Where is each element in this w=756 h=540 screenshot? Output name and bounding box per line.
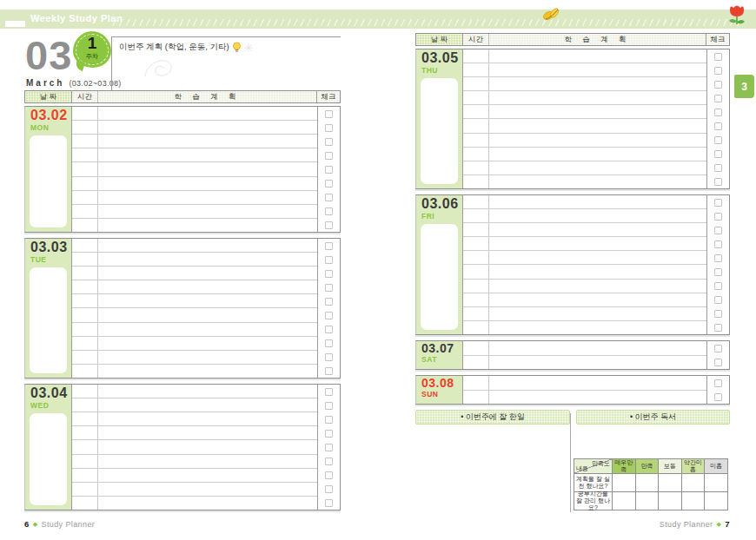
plan-cell[interactable] xyxy=(489,148,706,161)
plan-cell[interactable] xyxy=(98,455,317,468)
time-cell[interactable] xyxy=(72,205,98,218)
plan-row[interactable] xyxy=(463,265,706,279)
checkbox[interactable] xyxy=(325,221,333,229)
plan-cell[interactable] xyxy=(98,267,317,280)
time-cell[interactable] xyxy=(72,253,98,266)
time-cell[interactable] xyxy=(72,323,98,336)
checkbox[interactable] xyxy=(325,284,333,292)
sat-answer-cell[interactable] xyxy=(682,492,706,510)
time-cell[interactable] xyxy=(72,497,98,510)
time-cell[interactable] xyxy=(72,337,98,350)
checkbox[interactable] xyxy=(714,122,722,130)
time-cell[interactable] xyxy=(463,265,489,278)
plan-row[interactable] xyxy=(72,219,317,232)
checkbox[interactable] xyxy=(325,402,333,410)
time-cell[interactable] xyxy=(463,91,489,104)
time-cell[interactable] xyxy=(463,356,489,370)
checkbox[interactable] xyxy=(325,458,333,465)
plan-row[interactable] xyxy=(463,148,706,161)
plan-cell[interactable] xyxy=(98,323,317,336)
time-cell[interactable] xyxy=(463,223,489,236)
time-cell[interactable] xyxy=(463,161,489,175)
plan-cell[interactable] xyxy=(98,351,317,364)
plan-cell[interactable] xyxy=(98,148,317,161)
plan-cell[interactable] xyxy=(489,77,706,90)
checkbox[interactable] xyxy=(325,138,333,146)
plan-row[interactable] xyxy=(72,121,317,135)
plan-row[interactable] xyxy=(72,483,317,497)
plan-cell[interactable] xyxy=(489,265,706,278)
plan-row[interactable] xyxy=(463,280,706,293)
plan-row[interactable] xyxy=(463,293,706,307)
sat-answer-cell[interactable] xyxy=(659,474,682,492)
checkbox[interactable] xyxy=(325,298,333,306)
plan-cell[interactable] xyxy=(489,307,706,320)
plan-row[interactable] xyxy=(463,223,706,237)
checkbox[interactable] xyxy=(714,136,722,144)
checkbox[interactable] xyxy=(714,67,722,75)
plan-row[interactable] xyxy=(463,391,706,405)
checkbox[interactable] xyxy=(714,53,722,61)
checkbox[interactable] xyxy=(325,499,333,507)
plan-cell[interactable] xyxy=(98,308,317,321)
plan-cell[interactable] xyxy=(489,321,706,334)
time-cell[interactable] xyxy=(72,385,98,398)
plan-cell[interactable] xyxy=(489,280,706,293)
checkbox[interactable] xyxy=(325,430,333,438)
plan-row[interactable] xyxy=(72,280,317,294)
time-cell[interactable] xyxy=(463,134,489,147)
plan-cell[interactable] xyxy=(489,49,706,63)
plan-row[interactable] xyxy=(72,148,317,162)
plan-row[interactable] xyxy=(72,107,317,121)
plan-cell[interactable] xyxy=(98,483,317,496)
time-cell[interactable] xyxy=(463,49,489,63)
time-cell[interactable] xyxy=(72,440,98,453)
time-cell[interactable] xyxy=(72,280,98,293)
sat-answer-cell[interactable] xyxy=(682,474,706,492)
date-memo-box[interactable] xyxy=(30,135,67,227)
plan-cell[interactable] xyxy=(98,280,317,293)
time-cell[interactable] xyxy=(463,195,489,208)
plan-row[interactable] xyxy=(72,294,317,308)
checkbox[interactable] xyxy=(714,227,722,234)
checkbox[interactable] xyxy=(714,324,722,332)
plan-row[interactable] xyxy=(463,341,706,356)
plan-cell[interactable] xyxy=(98,135,317,148)
time-cell[interactable] xyxy=(463,251,489,264)
checkbox[interactable] xyxy=(325,180,333,188)
sat-answer-cell[interactable] xyxy=(705,492,728,510)
time-cell[interactable] xyxy=(463,307,489,320)
time-cell[interactable] xyxy=(463,209,489,222)
time-cell[interactable] xyxy=(72,426,98,439)
checkbox[interactable] xyxy=(714,345,722,352)
checkbox[interactable] xyxy=(714,109,722,116)
checkbox[interactable] xyxy=(325,152,333,160)
time-cell[interactable] xyxy=(72,177,98,190)
plan-row[interactable] xyxy=(463,251,706,265)
plan-row[interactable] xyxy=(72,308,317,322)
plan-cell[interactable] xyxy=(98,412,317,425)
plan-row[interactable] xyxy=(463,195,706,209)
plan-cell[interactable] xyxy=(489,376,706,390)
plan-cell[interactable] xyxy=(489,391,706,405)
plan-cell[interactable] xyxy=(98,162,317,175)
plan-row[interactable] xyxy=(463,63,706,77)
checkbox[interactable] xyxy=(714,359,722,366)
plan-row[interactable] xyxy=(463,307,706,321)
time-cell[interactable] xyxy=(463,341,489,355)
plan-cell[interactable] xyxy=(98,294,317,307)
checkbox[interactable] xyxy=(325,256,333,264)
plan-row[interactable] xyxy=(72,455,317,469)
sat-answer-cell[interactable] xyxy=(705,474,728,492)
plan-row[interactable] xyxy=(463,356,706,370)
time-cell[interactable] xyxy=(463,105,489,118)
sat-answer-cell[interactable] xyxy=(636,492,660,510)
plan-cell[interactable] xyxy=(489,341,706,355)
plan-cell[interactable] xyxy=(98,337,317,350)
plan-row[interactable] xyxy=(72,253,317,267)
checkbox[interactable] xyxy=(325,416,333,424)
plan-cell[interactable] xyxy=(489,223,706,236)
plan-cell[interactable] xyxy=(98,205,317,218)
plan-cell[interactable] xyxy=(98,469,317,482)
plan-cell[interactable] xyxy=(489,63,706,76)
